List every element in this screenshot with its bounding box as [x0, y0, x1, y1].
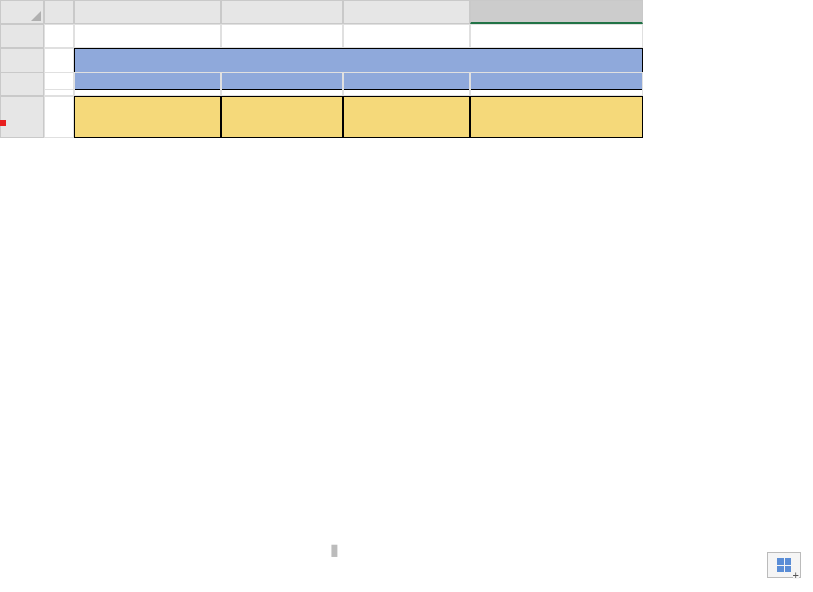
cell-A3[interactable]: [44, 72, 74, 96]
cell-E3[interactable]: [470, 72, 643, 96]
plus-icon: +: [793, 571, 799, 579]
col-header-C[interactable]: [221, 0, 343, 24]
cell-E1[interactable]: [470, 24, 643, 48]
header-name[interactable]: [74, 96, 221, 138]
cell-C1[interactable]: [221, 24, 343, 48]
cell-A4[interactable]: [44, 96, 74, 138]
cell-D3[interactable]: [343, 72, 470, 96]
cell-B3[interactable]: [74, 72, 221, 96]
autofill-options-button[interactable]: +: [767, 552, 801, 578]
cell-D1[interactable]: [343, 24, 470, 48]
col-header-E[interactable]: [470, 0, 643, 24]
header-tenure[interactable]: [470, 96, 643, 138]
cell-B1[interactable]: [74, 24, 221, 48]
row-header-1[interactable]: [0, 24, 44, 48]
row-header-3[interactable]: [0, 72, 44, 96]
header-leave[interactable]: [343, 96, 470, 138]
row-header-4[interactable]: [0, 96, 44, 138]
col-header-A[interactable]: [44, 0, 74, 24]
select-all-corner[interactable]: [0, 0, 44, 24]
col-header-D[interactable]: [343, 0, 470, 24]
cell-C3[interactable]: [221, 72, 343, 96]
cell-A1[interactable]: [44, 24, 74, 48]
col-header-B[interactable]: [74, 0, 221, 24]
watermark: ▮: [330, 540, 340, 559]
header-join[interactable]: [221, 96, 343, 138]
